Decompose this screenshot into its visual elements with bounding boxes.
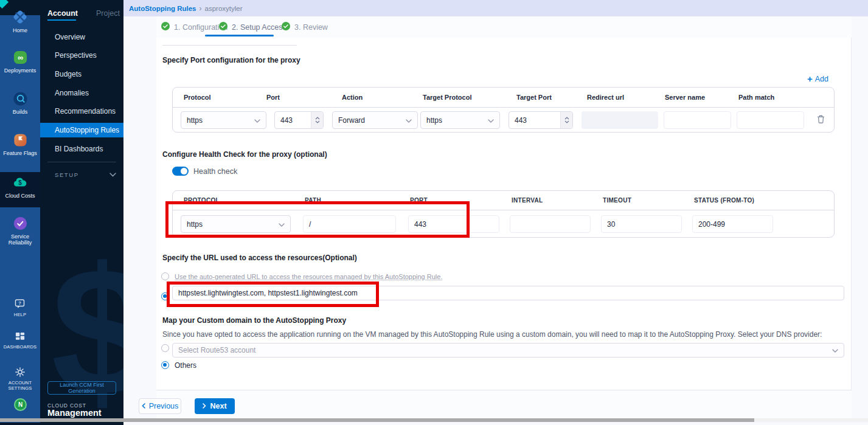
breadcrumb-separator-icon: › — [200, 4, 202, 13]
auto-url-radio[interactable] — [161, 272, 169, 280]
protocol-value: https — [187, 116, 203, 125]
rail-label: Feature Flags — [0, 150, 40, 156]
autostopping-setup-access-page: Home ∞ Deployments Builds — [0, 0, 868, 425]
sidebar-item-bi-dashboards[interactable]: BI Dashboards — [40, 141, 123, 157]
horizontal-scrollbar-thumb[interactable] — [0, 418, 754, 422]
tab-project[interactable]: Project — [96, 9, 120, 18]
health-check-table: PROTOCOL PATH PORT INTERVAL TIMEOUT STAT… — [172, 190, 835, 238]
cloud-costs-icon: $ — [12, 182, 28, 192]
server-name-field[interactable] — [664, 111, 731, 129]
col-hc-interval: INTERVAL — [512, 197, 603, 204]
custom-url-radio[interactable] — [161, 292, 169, 300]
previous-button[interactable]: Previous — [139, 398, 181, 414]
hc-timeout-field[interactable] — [601, 215, 682, 233]
breadcrumb-current: asproxytyler — [205, 5, 243, 12]
user-avatar[interactable]: N — [14, 398, 27, 411]
port-config-heading: Specify Port configuration for the proxy — [162, 56, 300, 64]
others-radio[interactable] — [161, 361, 169, 369]
sidebar-item-anomalies[interactable]: Anomalies — [40, 85, 123, 101]
hc-protocol-value: https — [187, 220, 203, 229]
content-gutter — [852, 16, 868, 425]
port-config-row: https 443 Forward https 443 — [173, 108, 834, 133]
step-label: 3. Review — [294, 23, 328, 32]
chevron-down-icon — [832, 346, 838, 354]
col-hc-path: PATH — [305, 197, 410, 204]
svg-text:∞: ∞ — [18, 54, 23, 62]
auto-url-radio-label: Use the auto-generated URL to access the… — [175, 273, 442, 280]
cloud-cost-watermark: $ — [51, 240, 123, 423]
sidebar-item-autostopping-rules[interactable]: AutoStopping Rules — [40, 123, 123, 137]
hc-path-field[interactable] — [303, 215, 396, 233]
hc-protocol-select[interactable]: https — [181, 215, 291, 233]
breadcrumb: AutoStopping Rules › asproxytyler — [123, 0, 868, 16]
col-path-match: Path match — [738, 94, 774, 101]
hc-port-field[interactable] — [408, 215, 499, 233]
home-icon — [12, 16, 28, 27]
protocol-select[interactable]: https — [181, 111, 266, 129]
hc-interval-field[interactable] — [510, 215, 591, 233]
sidebar-item-help[interactable]: ? HELP — [0, 299, 40, 317]
sidebar-item-home[interactable]: Home — [0, 9, 40, 33]
rail-label: Reliability — [0, 240, 40, 246]
rail-label: Service — [0, 233, 40, 240]
number-stepper[interactable] — [560, 112, 572, 128]
check-circle-icon — [161, 22, 170, 33]
step-review[interactable]: 3. Review — [282, 22, 328, 33]
custom-url-input[interactable] — [172, 286, 844, 300]
nav-divider — [47, 162, 116, 162]
toggle-knob — [181, 168, 187, 174]
chevron-down-icon — [109, 171, 116, 178]
route53-account-select[interactable]: Select Route53 account — [172, 343, 844, 358]
sidebar-item-budgets[interactable]: Budgets — [40, 66, 123, 82]
col-redirect-url: Redirect url — [587, 94, 665, 101]
col-hc-status: STATUS (FROM-TO) — [694, 197, 754, 204]
tab-account[interactable]: Account — [47, 9, 78, 18]
step-configuration[interactable]: 1. Configuration — [161, 22, 227, 33]
target-port-value: 443 — [509, 116, 527, 125]
action-value: Forward — [338, 116, 365, 125]
chevron-left-icon — [142, 402, 145, 410]
active-step-underline — [205, 35, 274, 36]
sidebar-item-builds[interactable]: Builds — [0, 91, 40, 115]
step-label: 2. Setup Access — [232, 23, 286, 32]
step-setup-access[interactable]: 2. Setup Access — [219, 22, 286, 33]
sidebar-item-deployments[interactable]: ∞ Deployments — [0, 50, 40, 74]
number-stepper[interactable] — [311, 112, 323, 128]
launch-ccm-first-gen-button[interactable]: Launch CCM First Generation — [47, 381, 116, 395]
next-button[interactable]: Next — [195, 398, 235, 414]
wizard-stepper: 1. Configuration 2. Setup Access 3. Revi… — [123, 16, 868, 38]
rail-label: ACCOUNT — [0, 380, 40, 385]
sidebar-item-service-reliability[interactable]: Service Reliability — [0, 216, 40, 246]
sidebar-item-dashboards[interactable]: DASHBOARDS — [0, 332, 40, 350]
col-hc-timeout: TIMEOUT — [603, 197, 694, 204]
chevron-right-icon — [203, 402, 206, 410]
sidebar-item-account-settings[interactable]: ACCOUNT SETTINGS — [0, 367, 40, 391]
target-protocol-select[interactable]: https — [420, 111, 500, 129]
path-match-field[interactable] — [737, 111, 804, 129]
sidebar-item-feature-flags[interactable]: Feature Flags — [0, 133, 40, 156]
action-select[interactable]: Forward — [332, 111, 418, 129]
add-port-row-button[interactable]: + Add — [807, 75, 828, 83]
custom-domain-description: Since you have opted to access the appli… — [162, 330, 844, 339]
sidebar-item-overview[interactable]: Overview — [40, 29, 123, 45]
breadcrumb-link-autostopping-rules[interactable]: AutoStopping Rules — [129, 5, 196, 12]
sidebar-item-cloud-costs[interactable]: $ Cloud Costs — [0, 174, 40, 199]
custom-domain-heading: Map your Custom domain to the AutoStoppi… — [162, 316, 346, 325]
sidebar-item-recommendations[interactable]: Recommendations — [40, 103, 123, 119]
delete-row-trash-icon[interactable] — [817, 115, 825, 126]
redirect-url-field[interactable] — [582, 111, 658, 129]
health-check-toggle[interactable] — [172, 167, 189, 176]
port-number-field[interactable]: 443 — [274, 111, 324, 129]
target-port-field[interactable]: 443 — [509, 111, 573, 129]
plus-icon: + — [807, 75, 813, 83]
sidebar-item-perspectives[interactable]: Perspectives — [40, 47, 123, 63]
setup-section-toggle[interactable]: SETUP — [55, 171, 116, 178]
harness-logo-icon[interactable] — [0, 0, 9, 9]
hc-status-field[interactable] — [692, 215, 773, 233]
gear-icon — [15, 369, 26, 379]
help-chat-icon: ? — [15, 301, 26, 311]
port-config-header-row: Protocol Port Action Target Protocol Tar… — [173, 88, 834, 108]
route53-radio[interactable] — [161, 344, 169, 352]
dashboards-grid-icon — [15, 333, 25, 344]
feature-flags-icon — [13, 139, 28, 150]
